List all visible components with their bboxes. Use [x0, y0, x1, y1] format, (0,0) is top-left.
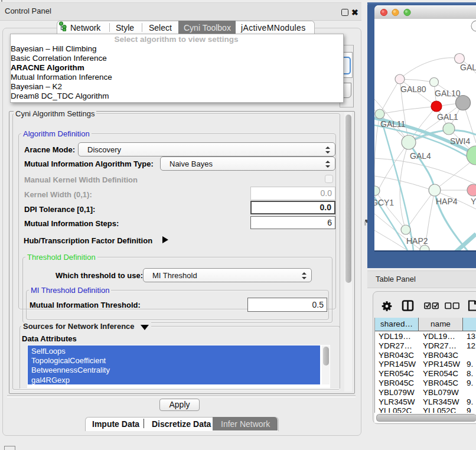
svg-text:HAP2: HAP2 — [406, 236, 428, 246]
svg-text:GAL11: GAL11 — [380, 119, 406, 129]
svg-text:GCY1: GCY1 — [374, 198, 394, 207]
svg-text:GAL80: GAL80 — [400, 84, 426, 94]
svg-text:GAL4: GAL4 — [410, 151, 431, 161]
svg-text:HAP4: HAP4 — [436, 197, 458, 206]
svg-text:SWI4: SWI4 — [450, 136, 470, 146]
svg-text:GAL10: GAL10 — [435, 89, 461, 98]
svg-text:GAL1: GAL1 — [437, 112, 458, 122]
svg-text:GAL: GAL — [460, 63, 476, 72]
svg-text:Y: Y — [471, 197, 476, 206]
